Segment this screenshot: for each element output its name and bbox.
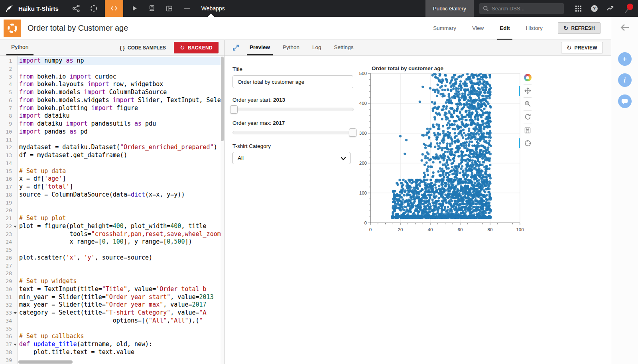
- code-line[interactable]: tools="crosshair,pan,reset,save,wheel_zo…: [18, 230, 224, 238]
- tab-log[interactable]: Log: [309, 40, 324, 55]
- back-arrow-icon[interactable]: [620, 24, 630, 33]
- code-line[interactable]: import pandas as pd: [18, 128, 224, 136]
- dataiku-bird-icon[interactable]: [0, 0, 18, 17]
- tshirt-category-select[interactable]: All: [232, 152, 351, 164]
- code-line[interactable]: def update_title(attrname, old, new):: [18, 340, 224, 348]
- widget-form: Title Order year start: 2013 Order year …: [232, 66, 354, 164]
- more-icon[interactable]: [180, 0, 194, 17]
- refresh-icon: ↻: [567, 45, 572, 51]
- preview-button[interactable]: ↻ PREVIEW: [561, 42, 603, 53]
- code-editor[interactable]: 1234567891011121314151617181920212223242…: [0, 56, 224, 364]
- code-samples-button[interactable]: { } CODE SAMPLES: [120, 45, 166, 51]
- code-line[interactable]: plot.title.text = text.value: [18, 348, 224, 356]
- code-line[interactable]: import dataiku: [18, 112, 224, 120]
- code-line[interactable]: x_range=[0, 100], y_range=[0,500]): [18, 238, 224, 246]
- project-name[interactable]: Haiku T-Shirts: [18, 5, 59, 12]
- chart-svg-holder[interactable]: Order total by customer age0204060801000…: [354, 61, 542, 237]
- code-line[interactable]: mydataset = dataiku.Dataset("Orders_enri…: [18, 144, 224, 152]
- order-year-max-slider[interactable]: [232, 131, 354, 134]
- code-line[interactable]: options=[("All","All"),(": [18, 317, 224, 325]
- code-line[interactable]: from bokeh.plotting import figure: [18, 104, 224, 112]
- code-line[interactable]: from dataiku import pandasutils as pdu: [18, 120, 224, 128]
- code-line[interactable]: # Set up callbacks: [18, 333, 224, 340]
- code-line[interactable]: [18, 262, 224, 270]
- reset-tool-button[interactable]: [522, 110, 534, 124]
- code-line[interactable]: [18, 159, 224, 167]
- trending-icon[interactable]: [604, 0, 616, 17]
- chat-icon[interactable]: [618, 94, 632, 108]
- expand-icon[interactable]: [232, 40, 239, 55]
- flow-icon[interactable]: [69, 0, 83, 17]
- info-icon[interactable]: i: [618, 73, 632, 87]
- code-line[interactable]: [18, 270, 224, 277]
- profile-notification-icon[interactable]: [620, 0, 636, 17]
- svg-text:?: ?: [593, 6, 595, 11]
- tab-settings[interactable]: Settings: [331, 40, 356, 55]
- help-icon[interactable]: ?: [588, 0, 600, 17]
- code-line[interactable]: [18, 325, 224, 333]
- tab-preview[interactable]: Preview: [247, 40, 273, 55]
- code-line[interactable]: # Set up widgets: [18, 277, 224, 285]
- bokeh-logo-icon[interactable]: [524, 74, 532, 81]
- code-line[interactable]: [18, 246, 224, 254]
- backend-button[interactable]: ↻ BACKEND: [174, 42, 219, 53]
- code-line[interactable]: # Set up plot: [18, 214, 224, 222]
- fold-arrow-icon[interactable]: [14, 312, 17, 314]
- code-panel-header: Python { } CODE SAMPLES ↻ BACKEND: [0, 40, 224, 56]
- code-line[interactable]: [18, 65, 224, 73]
- code-line[interactable]: from bokeh.io import curdoc: [18, 73, 224, 81]
- crosshair-tool-button[interactable]: [522, 137, 534, 150]
- code-lines[interactable]: import numpy as np from bokeh.io import …: [18, 56, 224, 364]
- code-line[interactable]: # Set up data: [18, 167, 224, 175]
- code-line[interactable]: min_year = Slider(title="Order year star…: [18, 293, 224, 301]
- fold-arrow-icon[interactable]: [14, 344, 17, 346]
- code-line[interactable]: [18, 199, 224, 207]
- lab-icon[interactable]: [87, 0, 100, 17]
- code-line[interactable]: max_year = Slider(title="Order year max"…: [18, 301, 224, 309]
- code-line[interactable]: df = mydataset.get_dataframe(): [18, 152, 224, 159]
- pan-tool-button[interactable]: [522, 84, 534, 97]
- save-tool-button[interactable]: [522, 124, 534, 137]
- order-year-max-label: Order year max: 2017: [232, 120, 354, 126]
- apps-grid-icon[interactable]: [572, 0, 584, 17]
- tab-python-preview[interactable]: Python: [280, 40, 302, 55]
- code-line[interactable]: source = ColumnDataSource(data=dict(x=x,…: [18, 191, 224, 199]
- svg-text:300: 300: [359, 131, 367, 136]
- wheel-zoom-tool-button[interactable]: [522, 97, 534, 110]
- automation-icon[interactable]: [145, 0, 159, 17]
- tab-history[interactable]: History: [524, 17, 545, 40]
- code-line[interactable]: category = Select(title="T-shirt Categor…: [18, 309, 224, 317]
- public-gallery-button[interactable]: Public Gallery: [425, 0, 474, 17]
- code-line[interactable]: plot = figure(plot_height=400, plot_widt…: [18, 222, 224, 230]
- code-line[interactable]: [18, 207, 224, 214]
- code-line[interactable]: from bokeh.layouts import row, widgetbox: [18, 81, 224, 89]
- preview-content: Title Order year start: 2013 Order year …: [224, 56, 611, 364]
- slider-thumb[interactable]: [230, 105, 238, 114]
- code-line[interactable]: y = df['total']: [18, 183, 224, 191]
- code-line[interactable]: [18, 136, 224, 144]
- editor-horizontal-scrollbar[interactable]: [18, 360, 73, 364]
- breadcrumb-section[interactable]: Webapps: [201, 5, 225, 12]
- code-line[interactable]: text = TextInput(title="Title", value='O…: [18, 285, 224, 293]
- code-line[interactable]: x = df['age']: [18, 175, 224, 183]
- tab-summary[interactable]: Summary: [431, 17, 459, 40]
- code-line[interactable]: plot.scatter('x', 'y', source=source): [18, 254, 224, 262]
- code-icon[interactable]: [105, 0, 123, 17]
- dashboard-icon[interactable]: [163, 0, 176, 17]
- search-box[interactable]: [479, 3, 564, 14]
- fold-arrow-icon[interactable]: [14, 226, 17, 228]
- tab-edit[interactable]: Edit: [497, 17, 512, 40]
- code-line[interactable]: from bokeh.models.widgets import Slider,…: [18, 96, 224, 104]
- refresh-button[interactable]: ↻ REFRESH: [558, 22, 601, 34]
- code-line[interactable]: from bokeh.models import ColumnDataSourc…: [18, 89, 224, 96]
- plus-icon[interactable]: +: [618, 52, 632, 66]
- search-input[interactable]: [492, 6, 559, 12]
- play-icon[interactable]: [128, 0, 141, 17]
- order-year-start-slider[interactable]: [232, 108, 354, 111]
- tab-python-editor[interactable]: Python: [6, 40, 33, 55]
- editor-vertical-scrollbar[interactable]: [221, 56, 224, 364]
- scatter-chart[interactable]: Order total by customer age0204060801000…: [354, 61, 542, 237]
- title-input[interactable]: [232, 75, 353, 88]
- tab-view[interactable]: View: [470, 17, 486, 40]
- code-line[interactable]: import numpy as np: [18, 57, 224, 65]
